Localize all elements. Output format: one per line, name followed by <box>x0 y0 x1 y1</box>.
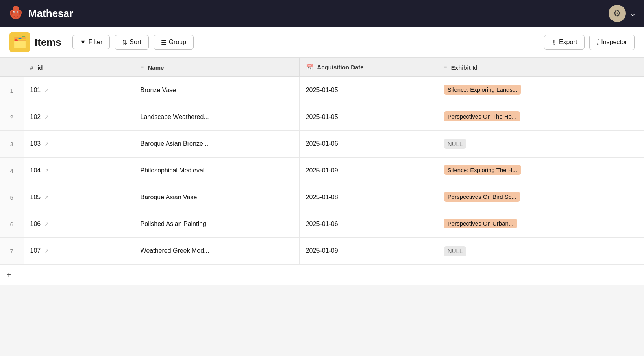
acquisition-date-cell: 2025-01-06 <box>299 211 437 237</box>
date-col-icon: 📅 <box>306 64 313 70</box>
group-button[interactable]: ☰ Group <box>154 35 194 50</box>
exhibit-id-cell: Silence: Exploring The H... <box>437 157 644 184</box>
column-header-exhibit-id[interactable]: ≡ Exhibit Id <box>437 58 644 77</box>
table-icon: 🗂️ <box>13 36 27 49</box>
exhibit-col-icon: ≡ <box>444 64 447 71</box>
sort-icon: ⇅ <box>122 39 127 46</box>
id-cell: 105↗ <box>24 184 134 211</box>
table-row: 6106↗Polished Asian Painting2025-01-06Pe… <box>0 211 644 237</box>
external-link-icon[interactable]: ↗ <box>44 221 49 227</box>
table-row: 2102↗Landscape Weathered...2025-01-05Per… <box>0 104 644 130</box>
external-link-icon[interactable]: ↗ <box>44 167 49 174</box>
logo-icon <box>8 6 24 21</box>
id-cell: 107↗ <box>24 237 134 264</box>
acquisition-date-cell: 2025-01-09 <box>299 237 437 264</box>
name-cell: Bronze Vase <box>134 77 299 104</box>
add-row-area: + <box>0 265 644 285</box>
name-cell: Landscape Weathered... <box>134 104 299 130</box>
table-row: 1101↗Bronze Vase2025-01-05Silence: Explo… <box>0 77 644 104</box>
id-value: 106 <box>30 221 41 228</box>
table-row: 7107↗Weathered Greek Mod...2025-01-09NUL… <box>0 237 644 264</box>
name-cell: Philosophical Medieval... <box>134 157 299 184</box>
export-button[interactable]: ⇩ Export <box>544 35 585 50</box>
external-link-icon[interactable]: ↗ <box>44 87 49 93</box>
svg-point-4 <box>19 11 21 15</box>
exhibit-id-cell: Perspectives On Urban... <box>437 211 644 237</box>
name-cell: Baroque Asian Vase <box>134 184 299 211</box>
filter-button[interactable]: ▼ Filter <box>72 35 110 49</box>
external-link-icon[interactable]: ↗ <box>44 194 49 200</box>
id-value: 101 <box>30 87 41 94</box>
acquisition-date-cell: 2025-01-06 <box>299 130 437 157</box>
id-value: 107 <box>30 247 41 254</box>
null-badge: NULL <box>444 246 466 256</box>
id-cell: 104↗ <box>24 157 134 184</box>
id-value: 102 <box>30 113 41 121</box>
add-row-button[interactable]: + <box>6 270 11 280</box>
svg-point-7 <box>14 12 15 13</box>
row-number-cell: 2 <box>0 104 24 130</box>
data-table-wrap: # id ≡ Name 📅 Acquisition Date ≡ Exhibit… <box>0 58 644 285</box>
row-number-header <box>0 58 24 77</box>
inspector-button[interactable]: i Inspector <box>589 35 635 50</box>
id-cell: 103↗ <box>24 130 134 157</box>
id-cell: 102↗ <box>24 104 134 130</box>
exhibit-id-cell: Perspectives On The Ho... <box>437 104 644 130</box>
name-col-icon: ≡ <box>141 64 144 71</box>
table-header-row: # id ≡ Name 📅 Acquisition Date ≡ Exhibit… <box>0 58 644 77</box>
table-row: 5105↗Baroque Asian Vase2025-01-08Perspec… <box>0 184 644 211</box>
sort-button[interactable]: ⇅ Sort <box>115 35 148 50</box>
table-icon-wrap: 🗂️ <box>9 32 30 52</box>
row-number-cell: 7 <box>0 237 24 264</box>
exhibit-tag[interactable]: Silence: Exploring Lands... <box>444 85 522 95</box>
row-number-cell: 4 <box>0 157 24 184</box>
exhibit-id-cell: NULL <box>437 237 644 264</box>
table-row: 3103↗Baroque Asian Bronze...2025-01-06NU… <box>0 130 644 157</box>
id-cell: 106↗ <box>24 211 134 237</box>
name-cell: Polished Asian Painting <box>134 211 299 237</box>
id-value: 103 <box>30 140 41 147</box>
column-header-name[interactable]: ≡ Name <box>134 58 299 77</box>
table-title: Items <box>35 36 61 48</box>
row-number-cell: 5 <box>0 184 24 211</box>
exhibit-id-cell: Silence: Exploring Lands... <box>437 77 644 104</box>
export-icon: ⇩ <box>551 39 557 46</box>
filter-icon: ▼ <box>80 39 86 46</box>
name-cell: Weathered Greek Mod... <box>134 237 299 264</box>
exhibit-id-cell: NULL <box>437 130 644 157</box>
column-header-acquisition-date[interactable]: 📅 Acquisition Date <box>299 58 437 77</box>
top-navigation: Mathesar ⚙ ⌄ <box>0 0 644 27</box>
exhibit-id-cell: Perspectives On Bird Sc... <box>437 184 644 211</box>
inspector-icon: i <box>597 38 599 46</box>
group-icon: ☰ <box>161 39 167 46</box>
acquisition-date-cell: 2025-01-05 <box>299 104 437 130</box>
user-menu-button[interactable]: ⌄ <box>629 8 636 19</box>
external-link-icon[interactable]: ↗ <box>44 248 49 254</box>
chevron-down-icon: ⌄ <box>629 8 636 18</box>
svg-point-9 <box>13 6 19 11</box>
external-link-icon[interactable]: ↗ <box>44 141 49 147</box>
row-number-cell: 1 <box>0 77 24 104</box>
svg-point-3 <box>11 11 13 15</box>
exhibit-tag[interactable]: Perspectives On The Ho... <box>444 111 521 121</box>
data-table: # id ≡ Name 📅 Acquisition Date ≡ Exhibit… <box>0 58 644 265</box>
table-row: 4104↗Philosophical Medieval...2025-01-09… <box>0 157 644 184</box>
gear-icon: ⚙ <box>613 8 621 19</box>
id-col-icon: # <box>30 64 33 71</box>
settings-button[interactable]: ⚙ <box>609 5 626 22</box>
topnav-right: ⚙ ⌄ <box>609 5 636 22</box>
acquisition-date-cell: 2025-01-09 <box>299 157 437 184</box>
null-badge: NULL <box>444 139 466 149</box>
exhibit-tag[interactable]: Perspectives On Urban... <box>444 219 518 228</box>
column-header-id[interactable]: # id <box>24 58 134 77</box>
topnav-left: Mathesar <box>8 6 73 21</box>
id-value: 104 <box>30 167 41 174</box>
exhibit-tag[interactable]: Perspectives On Bird Sc... <box>444 192 520 202</box>
svg-point-8 <box>17 12 18 13</box>
acquisition-date-cell: 2025-01-08 <box>299 184 437 211</box>
acquisition-date-cell: 2025-01-05 <box>299 77 437 104</box>
toolbar: 🗂️ Items ▼ Filter ⇅ Sort ☰ Group ⇩ Expor… <box>0 27 644 58</box>
name-cell: Baroque Asian Bronze... <box>134 130 299 157</box>
external-link-icon[interactable]: ↗ <box>44 114 49 120</box>
exhibit-tag[interactable]: Silence: Exploring The H... <box>444 165 521 175</box>
